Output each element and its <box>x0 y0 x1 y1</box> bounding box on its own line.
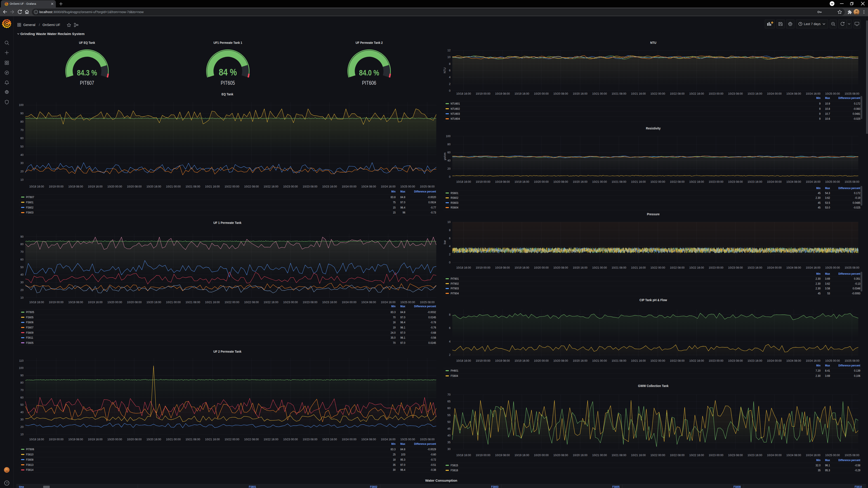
svg-text:NTU601: NTU601 <box>451 102 460 105</box>
svg-text:10/25 08:00: 10/25 08:00 <box>845 359 860 362</box>
svg-text:Min: Min <box>816 272 820 275</box>
svg-text:10/20 16:00: 10/20 16:00 <box>147 185 161 188</box>
svg-text:97.0: 97.0 <box>400 201 405 204</box>
svg-text:0.351: 0.351 <box>854 277 860 281</box>
svg-text:10/24 08:00: 10/24 08:00 <box>786 359 801 362</box>
svg-text:10/21 08:00: 10/21 08:00 <box>186 301 200 304</box>
svg-text:18: 18 <box>393 458 396 461</box>
svg-text:10/19 16:00: 10/19 16:00 <box>515 359 529 362</box>
svg-text:2.30: 2.30 <box>815 374 820 378</box>
svg-text:10/22 08:00: 10/22 08:00 <box>670 92 684 95</box>
svg-text:10/24 00:00: 10/24 00:00 <box>342 185 356 188</box>
svg-text:FS606: FS606 <box>26 321 33 324</box>
svg-text:10/25 08:00: 10/25 08:00 <box>845 266 860 269</box>
svg-text:97.0: 97.0 <box>400 316 405 319</box>
svg-text:10/21 16:00: 10/21 16:00 <box>631 359 646 362</box>
svg-text:FS601: FS601 <box>249 485 256 488</box>
svg-text:Min: Min <box>816 96 820 100</box>
svg-text:35.0: 35.0 <box>391 336 396 339</box>
svg-text:10/24 00:00: 10/24 00:00 <box>767 359 782 362</box>
svg-text:97.0: 97.0 <box>400 463 405 466</box>
svg-text:10/23 16:00: 10/23 16:00 <box>747 92 762 95</box>
svg-text:10/22 16:00: 10/22 16:00 <box>689 180 704 184</box>
svg-text:FS603: FS603 <box>26 211 33 214</box>
svg-text:10/20 00:00: 10/20 00:00 <box>534 359 549 362</box>
svg-text:10.6: 10.6 <box>825 117 830 121</box>
svg-text:65: 65 <box>447 400 451 403</box>
svg-text:10/24 16:00: 10/24 16:00 <box>381 301 396 304</box>
svg-text:40: 40 <box>20 153 24 157</box>
svg-text:-0.78: -0.78 <box>430 321 436 324</box>
svg-text:84.3 %: 84.3 % <box>77 68 97 77</box>
svg-text:FS602: FS602 <box>26 206 33 209</box>
svg-text:10/25 08:00: 10/25 08:00 <box>845 180 860 184</box>
svg-text:7.20: 7.20 <box>815 369 820 372</box>
svg-text:-0.77: -0.77 <box>430 206 436 209</box>
svg-text:-0.38: -0.38 <box>430 468 436 471</box>
svg-text:96.4: 96.4 <box>400 468 405 471</box>
svg-text:10/19 00:00: 10/19 00:00 <box>49 438 64 441</box>
svg-text:FS605: FS605 <box>612 485 620 488</box>
svg-text:-0.0029: -0.0029 <box>428 448 436 451</box>
svg-text:80: 80 <box>20 120 24 123</box>
svg-text:10/22 00:00: 10/22 00:00 <box>651 92 665 95</box>
svg-text:50: 50 <box>447 420 451 424</box>
svg-text:10/25 00:00: 10/25 00:00 <box>825 266 840 269</box>
svg-text:10/20 08:00: 10/20 08:00 <box>127 438 142 441</box>
svg-text:FS610: FS610 <box>855 485 862 488</box>
svg-text:10/23 00:00: 10/23 00:00 <box>283 301 298 304</box>
svg-text:30: 30 <box>447 448 451 451</box>
svg-text:10/22 08:00: 10/22 08:00 <box>244 301 259 304</box>
svg-text:10/24 00:00: 10/24 00:00 <box>342 301 356 304</box>
svg-text:10/22 16:00: 10/22 16:00 <box>264 185 278 188</box>
svg-text:GWW Collection Tank: GWW Collection Tank <box>638 384 669 388</box>
svg-text:Difference percent: Difference percent <box>838 96 861 100</box>
svg-text:10/22 16:00: 10/22 16:00 <box>689 359 704 362</box>
svg-text:Resistivity: Resistivity <box>646 126 661 130</box>
svg-text:10/23 00:00: 10/23 00:00 <box>709 359 723 362</box>
svg-text:70: 70 <box>20 389 24 392</box>
svg-text:100: 100 <box>19 366 24 369</box>
svg-text:75: 75 <box>393 201 396 204</box>
svg-text:10/21 00:00: 10/21 00:00 <box>592 180 607 184</box>
svg-text:70: 70 <box>447 393 451 396</box>
svg-text:96.1: 96.1 <box>400 336 405 339</box>
svg-text:Max: Max <box>825 364 830 367</box>
svg-text:0.172: 0.172 <box>854 191 860 195</box>
svg-text:10/25 00:00: 10/25 00:00 <box>825 359 840 362</box>
svg-text:19: 19 <box>393 326 396 329</box>
svg-text:10/21 08:00: 10/21 08:00 <box>612 454 626 457</box>
svg-text:-0.025: -0.025 <box>853 117 860 121</box>
svg-text:10/19 08:00: 10/19 08:00 <box>495 454 510 457</box>
svg-text:53.0: 53.0 <box>825 206 830 209</box>
svg-text:Water Consumption: Water Consumption <box>425 479 457 482</box>
svg-text:103: 103 <box>401 453 405 456</box>
svg-text:2: 2 <box>449 353 451 357</box>
svg-text:2.30: 2.30 <box>815 196 820 199</box>
svg-text:0.0481: 0.0481 <box>852 112 860 116</box>
svg-text:0.0485: 0.0485 <box>852 201 860 204</box>
svg-text:Max: Max <box>400 190 405 193</box>
svg-text:-0.0093: -0.0093 <box>852 292 860 295</box>
svg-text:55: 55 <box>447 414 451 417</box>
svg-text:4: 4 <box>449 76 451 79</box>
svg-text:10/20 00:00: 10/20 00:00 <box>534 454 549 457</box>
svg-text:3.69: 3.69 <box>825 277 830 281</box>
svg-text:10/22 00:00: 10/22 00:00 <box>225 438 239 441</box>
svg-text:35: 35 <box>818 468 820 472</box>
svg-text:10/18 16:00: 10/18 16:00 <box>29 301 44 304</box>
svg-text:50: 50 <box>20 145 24 148</box>
svg-text:10/20 16:00: 10/20 16:00 <box>573 266 587 269</box>
svg-text:10/22 08:00: 10/22 08:00 <box>244 185 259 188</box>
svg-text:PIT605: PIT605 <box>221 80 235 86</box>
svg-text:FS611: FS611 <box>26 336 33 339</box>
svg-text:10/21 00:00: 10/21 00:00 <box>592 454 607 457</box>
svg-text:10/24 08:00: 10/24 08:00 <box>786 266 801 269</box>
svg-text:96.4: 96.4 <box>400 321 405 324</box>
svg-text:10/20 08:00: 10/20 08:00 <box>553 180 568 184</box>
svg-text:10/24 16:00: 10/24 16:00 <box>381 185 396 188</box>
svg-text:UF Permeate Tank 2: UF Permeate Tank 2 <box>355 41 383 44</box>
svg-text:Pressure: Pressure <box>647 212 659 216</box>
svg-text:10/18 16:00: 10/18 16:00 <box>456 359 471 362</box>
svg-text:4: 4 <box>449 245 451 248</box>
